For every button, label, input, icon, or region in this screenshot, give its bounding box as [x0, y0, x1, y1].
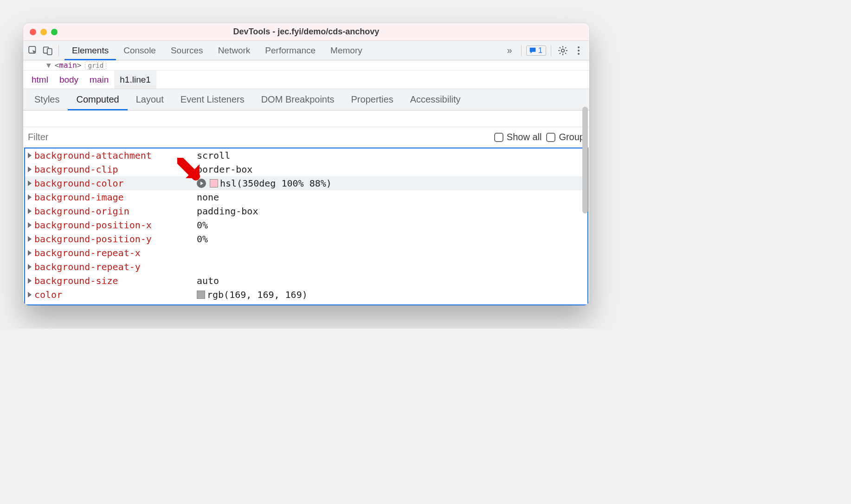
property-value-text: 0%	[197, 220, 208, 231]
property-name: background-position-y	[34, 233, 197, 245]
device-toggle-icon[interactable]	[41, 44, 55, 58]
show-all-checkbox[interactable]: Show all	[494, 132, 542, 142]
property-value[interactable]: 0%	[197, 220, 208, 231]
expand-icon[interactable]	[28, 292, 32, 297]
maximize-icon[interactable]	[51, 29, 58, 35]
close-icon[interactable]	[30, 29, 36, 35]
inspect-icon[interactable]	[26, 44, 40, 58]
tab-elements[interactable]: Elements	[64, 41, 116, 60]
svg-rect-2	[47, 48, 52, 54]
computed-properties-pane[interactable]: background-attachmentscrollbackground-cl…	[24, 148, 588, 305]
stab-event-listeners[interactable]: Event Listeners	[172, 89, 253, 110]
property-value[interactable]: hsl(350deg 100% 88%)	[197, 178, 332, 189]
svg-point-5	[578, 50, 580, 52]
stab-computed[interactable]: Computed	[68, 89, 127, 110]
svg-rect-0	[29, 46, 35, 53]
expand-icon[interactable]	[28, 236, 32, 242]
titlebar: DevTools - jec.fyi/demo/cds-anchovy	[23, 23, 589, 41]
property-value[interactable]: padding-box	[197, 206, 258, 217]
property-value[interactable]: scroll	[197, 150, 230, 161]
stab-dom-breakpoints[interactable]: DOM Breakpoints	[253, 89, 343, 110]
color-swatch-icon[interactable]	[210, 179, 218, 187]
property-value-text: hsl(350deg 100% 88%)	[220, 178, 332, 189]
property-value-text: scroll	[197, 150, 230, 161]
property-name: background-size	[34, 275, 197, 286]
more-icon[interactable]	[572, 44, 586, 58]
tab-sources[interactable]: Sources	[163, 41, 211, 60]
property-name: background-attachment	[34, 150, 197, 161]
property-value[interactable]: border-box	[197, 164, 252, 175]
layout-chip[interactable]: grid	[85, 61, 106, 70]
property-row[interactable]: background-sizeauto	[25, 274, 587, 288]
expand-icon[interactable]	[28, 153, 32, 158]
expand-icon[interactable]	[28, 278, 32, 284]
crumb-h1-line1[interactable]: h1.line1	[114, 71, 156, 89]
property-value-text: none	[197, 192, 219, 203]
tab-memory[interactable]: Memory	[323, 41, 370, 60]
property-row[interactable]: background-position-x0%	[25, 218, 587, 232]
property-row[interactable]: background-imagenone	[25, 190, 587, 204]
property-row[interactable]: colorrgb(169, 169, 169)	[25, 288, 587, 302]
overflow-tabs-icon[interactable]: »	[503, 44, 516, 58]
show-all-label: Show all	[507, 132, 542, 142]
issues-badge[interactable]: 1	[526, 45, 546, 56]
stab-accessibility[interactable]: Accessibility	[402, 89, 469, 110]
filter-input[interactable]	[28, 132, 490, 142]
expand-icon[interactable]	[28, 181, 32, 186]
crumb-main[interactable]: main	[84, 71, 114, 89]
property-value[interactable]: 0%	[197, 233, 208, 245]
property-row[interactable]: background-colorhsl(350deg 100% 88%)	[25, 176, 587, 190]
property-value-text: auto	[197, 275, 219, 286]
crumb-html[interactable]: html	[26, 71, 54, 89]
stab-layout[interactable]: Layout	[128, 89, 172, 110]
group-checkbox[interactable]: Group	[546, 132, 585, 142]
scrollbar[interactable]	[581, 107, 589, 278]
tab-network[interactable]: Network	[211, 41, 258, 60]
dom-tree-strip[interactable]: ▼ <main> grid	[23, 60, 589, 71]
property-value[interactable]: auto	[197, 275, 219, 286]
window-title: DevTools - jec.fyi/demo/cds-anchovy	[23, 27, 589, 37]
scrollbar-thumb[interactable]	[582, 107, 588, 213]
settings-icon[interactable]	[556, 44, 570, 58]
tab-performance[interactable]: Performance	[258, 41, 323, 60]
property-value[interactable]: none	[197, 192, 219, 203]
property-name: background-origin	[34, 206, 197, 217]
main-toolbar: Elements Console Sources Network Perform…	[23, 41, 589, 60]
property-name: background-clip	[34, 164, 197, 175]
goto-source-icon[interactable]	[197, 179, 206, 188]
property-value-text: border-box	[197, 164, 252, 175]
separator	[521, 45, 522, 56]
expand-icon[interactable]	[28, 264, 32, 270]
filter-row: Show all Group	[23, 127, 589, 148]
separator	[551, 45, 551, 56]
expand-icon[interactable]	[28, 208, 32, 214]
property-value-text: rgb(169, 169, 169)	[207, 289, 308, 300]
checkbox-icon	[546, 133, 555, 142]
property-row[interactable]: background-originpadding-box	[25, 204, 587, 218]
svg-point-4	[578, 46, 580, 48]
stab-styles[interactable]: Styles	[26, 89, 68, 110]
expand-icon[interactable]	[28, 222, 32, 228]
property-name: color	[34, 289, 197, 300]
expand-icon[interactable]	[28, 250, 32, 256]
tab-console[interactable]: Console	[116, 41, 163, 60]
property-value[interactable]: rgb(169, 169, 169)	[197, 289, 308, 300]
stab-properties[interactable]: Properties	[343, 89, 402, 110]
property-row[interactable]: background-repeat-y	[25, 260, 587, 274]
property-row[interactable]: background-repeat-x	[25, 246, 587, 260]
property-name: background-repeat-y	[34, 261, 197, 272]
svg-point-6	[578, 53, 580, 55]
color-swatch-icon[interactable]	[197, 291, 205, 299]
expand-arrow-icon[interactable]: ▼	[46, 61, 51, 70]
expand-icon[interactable]	[28, 167, 32, 172]
property-row[interactable]: background-position-y0%	[25, 232, 587, 246]
issues-count: 1	[538, 46, 542, 55]
crumb-body[interactable]: body	[54, 71, 84, 89]
property-value-text: 0%	[197, 233, 208, 245]
breadcrumb-bar: html body main h1.line1	[23, 71, 589, 89]
property-row[interactable]: background-clipborder-box	[25, 162, 587, 176]
expand-icon[interactable]	[28, 194, 32, 200]
minimize-icon[interactable]	[40, 29, 47, 35]
property-name: background-position-x	[34, 220, 197, 231]
property-row[interactable]: background-attachmentscroll	[25, 149, 587, 162]
